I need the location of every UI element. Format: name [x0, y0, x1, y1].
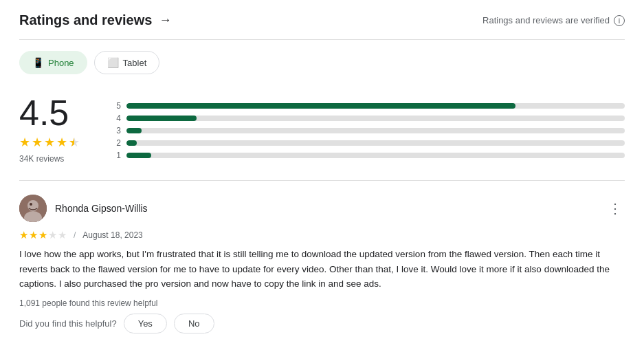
bar-fill-5 — [126, 103, 515, 109]
info-icon[interactable]: i — [614, 15, 625, 26]
ratings-section: 4.5 ★ ★ ★ ★ ★ ★ 34K reviews 5 4 — [19, 88, 625, 180]
bar-track-3 — [126, 128, 625, 133]
ratings-header: Ratings and reviews → Ratings and review… — [19, 7, 625, 40]
review-star-1: ★ — [19, 229, 28, 241]
bar-label-3: 3 — [115, 126, 121, 135]
bar-row-2: 2 — [115, 138, 625, 148]
verified-text: Ratings and reviews are verified — [482, 15, 610, 25]
bar-track-1 — [126, 153, 625, 158]
bar-fill-4 — [126, 116, 197, 121]
yes-button[interactable]: Yes — [124, 314, 167, 333]
review-star-3: ★ — [38, 229, 47, 241]
svg-point-3 — [30, 203, 32, 206]
no-button[interactable]: No — [174, 314, 214, 333]
review-card: Rhonda Gipson-Willis ⋮ ★ ★ ★ ★ ★ / Augus… — [19, 195, 625, 333]
star-1: ★ — [19, 135, 30, 150]
review-text: I love how the app works, but I'm frustr… — [19, 247, 625, 292]
review-header: Rhonda Gipson-Willis ⋮ — [19, 195, 625, 222]
bar-track-4 — [126, 116, 625, 121]
reviewer-info: Rhonda Gipson-Willis — [19, 195, 148, 222]
star-4: ★ — [56, 135, 67, 150]
star-2: ★ — [32, 135, 43, 150]
bar-fill-1 — [126, 153, 151, 158]
header-left: Ratings and reviews → — [19, 12, 171, 28]
rating-score: 4.5 — [19, 95, 69, 131]
bar-label-4: 4 — [115, 113, 121, 123]
helpful-question-label: Did you find this helpful? — [19, 318, 117, 329]
bar-fill-3 — [126, 128, 142, 133]
device-tabs: 📱 Phone ⬜ Tablet — [19, 40, 625, 88]
bar-row-1: 1 — [115, 151, 625, 160]
phone-icon: 📱 — [32, 57, 44, 68]
review-meta: ★ ★ ★ ★ ★ / August 18, 2023 — [19, 229, 625, 241]
bar-label-5: 5 — [115, 101, 121, 111]
reviewer-name: Rhonda Gipson-Willis — [55, 203, 148, 214]
bar-label-1: 1 — [115, 151, 121, 160]
bar-label-2: 2 — [115, 138, 121, 148]
tablet-icon: ⬜ — [107, 57, 119, 68]
bar-fill-2 — [126, 140, 137, 146]
header-right: Ratings and reviews are verified i — [482, 15, 625, 26]
bar-row-5: 5 — [115, 101, 625, 111]
tab-tablet-label: Tablet — [123, 58, 147, 68]
review-date: August 18, 2023 — [82, 230, 142, 240]
helpful-count: 1,091 people found this review helpful — [19, 298, 625, 308]
bar-row-3: 3 — [115, 126, 625, 135]
page-container: Ratings and reviews → Ratings and review… — [0, 0, 644, 347]
rating-stars-row: ★ ★ ★ ★ ★ ★ — [19, 135, 80, 150]
star-5-half: ★ ★ — [69, 135, 80, 150]
header-arrow-icon[interactable]: → — [159, 13, 171, 28]
reviewer-avatar — [19, 195, 47, 222]
bar-row-4: 4 — [115, 113, 625, 123]
tab-tablet[interactable]: ⬜ Tablet — [94, 51, 160, 74]
meta-dot: / — [74, 230, 76, 240]
review-star-5: ★ — [58, 229, 67, 241]
review-star-2: ★ — [29, 229, 38, 241]
review-star-4: ★ — [48, 229, 57, 241]
bar-track-5 — [126, 103, 625, 109]
bars-container: 5 4 3 2 — [115, 95, 625, 164]
big-rating: 4.5 ★ ★ ★ ★ ★ ★ 34K reviews — [19, 95, 88, 164]
avatar-image — [19, 195, 47, 222]
tab-phone[interactable]: 📱 Phone — [19, 51, 87, 74]
helpful-question-row: Did you find this helpful? Yes No — [19, 314, 625, 333]
reviews-count: 34K reviews — [19, 154, 64, 164]
star-3: ★ — [44, 135, 55, 150]
bar-track-2 — [126, 140, 625, 146]
section-divider — [19, 180, 625, 181]
tab-phone-label: Phone — [48, 58, 74, 68]
review-stars: ★ ★ ★ ★ ★ — [19, 229, 67, 241]
more-options-icon[interactable]: ⋮ — [606, 197, 625, 219]
page-title: Ratings and reviews — [19, 12, 152, 28]
